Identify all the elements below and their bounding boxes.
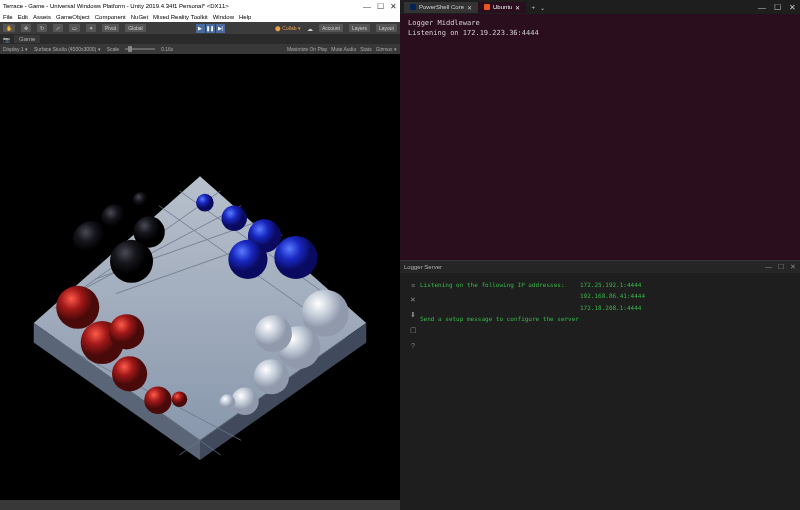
menu-nuget[interactable]: NuGet [131,14,148,20]
minimize-icon[interactable]: — [758,3,766,12]
move-tool-icon[interactable]: ✥ [21,24,31,32]
log-message [420,302,580,313]
global-toggle[interactable]: Global [125,24,145,32]
hand-tool-icon[interactable]: ✋ [3,24,15,32]
menu-gameobject[interactable]: GameObject [56,14,90,20]
scale-value: 0.16x [161,46,173,52]
display-dropdown[interactable]: Display 1 ▾ [3,46,28,52]
logger-titlebar: Logger Server — ☐ ✕ [400,261,800,273]
scale-slider[interactable] [125,48,155,50]
close-icon[interactable]: ✕ [409,296,417,304]
menu-edit[interactable]: Edit [18,14,28,20]
svg-point-17 [196,194,214,212]
svg-point-20 [274,236,317,279]
scale-tool-icon[interactable]: ⤢ [53,24,63,32]
minimize-icon[interactable]: — [363,2,371,11]
menu-window[interactable]: Window [213,14,234,20]
transform-tool-icon[interactable]: ✦ [86,24,96,32]
cloud-icon[interactable]: ☁ [307,25,313,32]
svg-point-30 [255,315,292,352]
stats-toggle[interactable]: Stats [360,46,371,52]
terminal-line: Listening on 172.19.223.36:4444 [408,29,792,39]
scale-label: Scale [107,46,120,52]
step-button[interactable]: ▶| [216,24,225,33]
log-ip: 172.25.192.1:4444 [580,279,641,290]
logger-panel: Logger Server — ☐ ✕ ≡ ✕ ⬇ ▢ ? Listening … [400,260,800,510]
svg-point-32 [231,388,258,415]
help-icon[interactable]: ? [409,341,417,349]
unity-status-bar [0,500,400,510]
svg-point-16 [110,240,153,283]
maximize-on-play-toggle[interactable]: Maximize On Play [287,46,327,52]
maximize-icon[interactable]: ☐ [778,263,784,271]
svg-point-15 [73,221,110,258]
svg-point-12 [133,192,151,210]
tab-ubuntu[interactable]: Ubuntu ✕ [478,2,526,13]
unity-editor: Terrace - Game - Universal Windows Platf… [0,0,400,510]
square-icon[interactable]: ▢ [409,326,417,334]
log-message: Listening on the following IP addresses: [420,279,580,290]
svg-point-33 [220,394,236,410]
svg-point-26 [144,387,171,414]
tab-close-icon[interactable]: ✕ [467,4,472,11]
right-panel: PowerShell Core ✕ Ubuntu ✕ + ⌄ — ☐ ✕ Log… [400,0,800,510]
menu-component[interactable]: Component [95,14,126,20]
game-board-render [0,54,400,500]
tab-dropdown-icon[interactable]: ⌄ [540,4,545,11]
logger-output: Listening on the following IP addresses:… [420,279,794,504]
download-icon[interactable]: ⬇ [409,311,417,319]
logger-title-text: Logger Server [404,264,442,270]
svg-point-21 [228,240,267,279]
game-control-bar: Display 1 ▾ Surface Studio (4500x3000) ▾… [0,44,400,54]
close-icon[interactable]: ✕ [790,263,796,271]
log-ip: 192.168.86.41:4444 [580,290,645,301]
logger-iconbar: ≡ ✕ ⬇ ▢ ? [406,279,420,504]
svg-point-22 [56,286,99,329]
tab-powershell[interactable]: PowerShell Core ✕ [404,2,478,13]
gizmos-dropdown[interactable]: Gizmos ▾ [376,46,397,52]
log-ip: 172.18.208.1:4444 [580,302,641,313]
tab-close-icon[interactable]: ✕ [515,4,520,11]
svg-point-24 [109,314,144,349]
terminal-line: Logger Middleware [408,19,792,29]
resolution-dropdown[interactable]: Surface Studio (4500x3000) ▾ [34,46,101,52]
log-message [420,290,580,301]
layers-dropdown[interactable]: Layers [349,24,370,32]
ubuntu-icon [484,4,490,10]
rotate-tool-icon[interactable]: ↻ [37,24,47,32]
close-icon[interactable]: ✕ [390,2,397,11]
rect-tool-icon[interactable]: ▭ [69,24,80,32]
layout-dropdown[interactable]: Layout [376,24,397,32]
game-tabbar: 📷 Game [0,34,400,44]
pause-button[interactable]: ❚❚ [206,24,215,33]
game-viewport [0,54,400,500]
play-button[interactable]: ▶ [196,24,205,33]
svg-point-18 [222,206,247,231]
menu-mrtk[interactable]: Mixed Reality Toolkit [153,14,208,20]
terminal-output[interactable]: Logger Middleware Listening on 172.19.22… [400,14,800,260]
terminal-titlebar: PowerShell Core ✕ Ubuntu ✕ + ⌄ — ☐ ✕ [400,0,800,14]
mute-audio-toggle[interactable]: Mute Audio [331,46,356,52]
maximize-icon[interactable]: ☐ [377,2,384,11]
svg-point-31 [254,359,289,394]
unity-titlebar: Terrace - Game - Universal Windows Platf… [0,0,400,12]
log-message: Send a setup message to configure the se… [420,313,580,324]
maximize-icon[interactable]: ☐ [774,3,781,12]
pivot-toggle[interactable]: Pivot [102,24,119,32]
svg-point-27 [172,391,188,407]
menu-file[interactable]: File [3,14,13,20]
collab-dropdown[interactable]: ⬤ Collab ▾ [275,25,301,31]
scene-icon[interactable]: 📷 [3,36,10,43]
close-icon[interactable]: ✕ [789,3,796,12]
account-dropdown[interactable]: Account [319,24,343,32]
menu-icon[interactable]: ≡ [409,281,417,289]
new-tab-button[interactable]: + [526,4,540,10]
menu-assets[interactable]: Assets [33,14,51,20]
unity-title-text: Terrace - Game - Universal Windows Platf… [3,3,229,9]
tab-game[interactable]: Game [14,35,40,43]
minimize-icon[interactable]: — [765,263,772,271]
menu-help[interactable]: Help [239,14,251,20]
unity-toolbar: ✋ ✥ ↻ ⤢ ▭ ✦ Pivot Global ▶ ❚❚ ▶| ⬤ Colla… [0,22,400,34]
svg-point-25 [112,356,147,391]
powershell-icon [410,4,416,10]
